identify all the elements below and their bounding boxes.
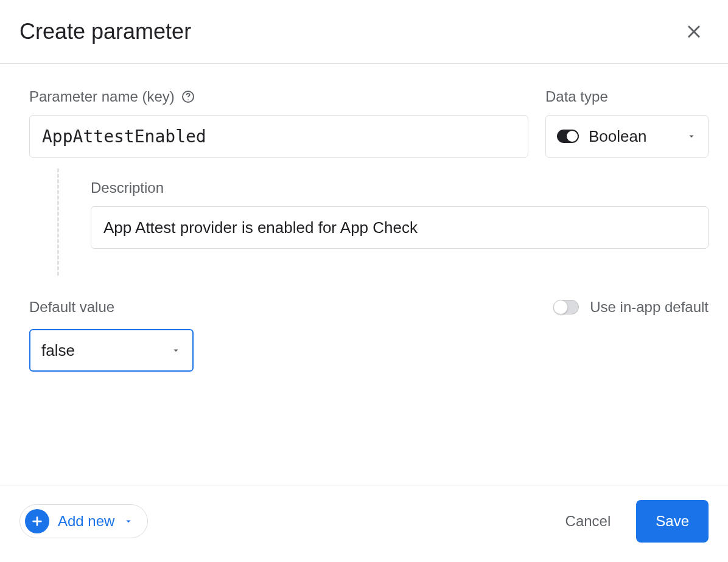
use-in-app-default-label: Use in-app default (590, 299, 709, 316)
use-in-app-default-toggle[interactable] (553, 300, 579, 314)
description-column: Description (91, 168, 709, 276)
svg-point-3 (187, 99, 189, 100)
default-value-row: Default value Use in-app default (29, 299, 709, 316)
param-name-label-row: Parameter name (key) (29, 88, 528, 105)
create-parameter-dialog: Create parameter Parameter name (key) (0, 0, 728, 562)
default-value-label: Default value (29, 299, 114, 316)
chevron-down-icon (170, 341, 181, 360)
dialog-body: Parameter name (key) Data type Boole (0, 64, 728, 485)
save-button[interactable]: Save (636, 500, 709, 543)
data-type-label: Data type (545, 88, 709, 105)
close-button[interactable] (679, 17, 709, 46)
name-and-type-row: Parameter name (key) Data type Boole (29, 88, 709, 158)
tree-connector-line (57, 168, 59, 276)
chevron-down-icon (686, 127, 697, 146)
cancel-button[interactable]: Cancel (555, 504, 622, 538)
description-label: Description (91, 179, 709, 196)
help-icon[interactable] (181, 89, 195, 104)
dialog-footer: Add new Cancel Save (0, 485, 728, 562)
default-value-select[interactable]: false (29, 329, 194, 372)
description-block: Description (29, 168, 709, 276)
param-name-column: Parameter name (key) (29, 88, 528, 158)
dialog-title: Create parameter (19, 19, 191, 44)
param-name-input[interactable] (29, 115, 528, 158)
data-type-select[interactable]: Boolean (545, 115, 709, 158)
default-value-text: false (41, 341, 75, 360)
close-icon (685, 23, 702, 40)
param-name-label: Parameter name (key) (29, 88, 175, 105)
use-in-app-default: Use in-app default (553, 299, 709, 316)
boolean-icon (557, 130, 579, 143)
dialog-header: Create parameter (0, 0, 728, 64)
chevron-down-icon (123, 516, 134, 527)
add-new-button[interactable]: Add new (19, 504, 148, 538)
description-input[interactable] (91, 206, 709, 249)
data-type-value: Boolean (589, 127, 646, 146)
data-type-column: Data type Boolean (545, 88, 709, 158)
add-new-label: Add new (58, 513, 114, 530)
plus-icon (25, 509, 49, 533)
